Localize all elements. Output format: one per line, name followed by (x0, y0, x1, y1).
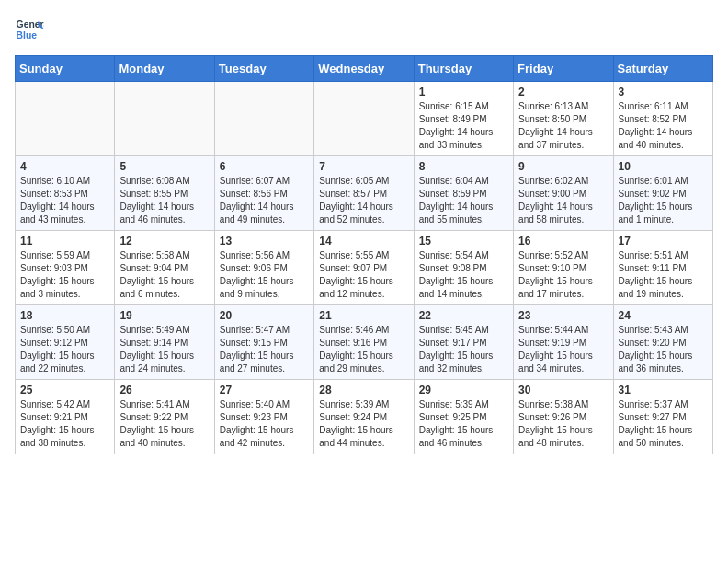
day-number: 10 (619, 160, 708, 173)
svg-text:Blue: Blue (17, 30, 38, 40)
calendar-cell (214, 82, 313, 156)
day-info: Sunrise: 5:37 AM Sunset: 9:27 PM Dayligh… (619, 398, 708, 450)
calendar-cell: 3Sunrise: 6:11 AM Sunset: 8:52 PM Daylig… (613, 82, 712, 156)
calendar-cell: 8Sunrise: 6:04 AM Sunset: 8:59 PM Daylig… (414, 156, 513, 231)
calendar-cell: 24Sunrise: 5:43 AM Sunset: 9:20 PM Dayli… (613, 305, 712, 380)
calendar-cell (314, 82, 414, 156)
day-info: Sunrise: 6:07 AM Sunset: 8:56 PM Dayligh… (220, 175, 309, 226)
day-number: 5 (119, 160, 209, 173)
day-info: Sunrise: 5:55 AM Sunset: 9:07 PM Dayligh… (319, 249, 408, 301)
day-info: Sunrise: 6:05 AM Sunset: 8:57 PM Dayligh… (319, 175, 408, 226)
day-number: 31 (619, 384, 708, 396)
calendar-cell: 18Sunrise: 5:50 AM Sunset: 9:12 PM Dayli… (16, 305, 115, 380)
day-info: Sunrise: 5:58 AM Sunset: 9:04 PM Dayligh… (119, 249, 209, 301)
day-info: Sunrise: 5:43 AM Sunset: 9:20 PM Dayligh… (619, 324, 708, 375)
day-info: Sunrise: 6:13 AM Sunset: 8:50 PM Dayligh… (518, 100, 608, 152)
day-number: 26 (119, 384, 209, 396)
calendar-table: SundayMondayTuesdayWednesdayThursdayFrid… (15, 55, 713, 454)
day-number: 16 (518, 235, 608, 247)
day-of-week-header: Tuesday (214, 56, 313, 82)
calendar-cell: 31Sunrise: 5:37 AM Sunset: 9:27 PM Dayli… (613, 380, 712, 454)
day-number: 25 (20, 384, 109, 396)
day-info: Sunrise: 5:46 AM Sunset: 9:16 PM Dayligh… (319, 324, 408, 375)
calendar-cell: 25Sunrise: 5:42 AM Sunset: 9:21 PM Dayli… (16, 380, 115, 454)
calendar-cell: 17Sunrise: 5:51 AM Sunset: 9:11 PM Dayli… (613, 231, 712, 305)
day-number: 29 (419, 384, 508, 396)
day-info: Sunrise: 5:56 AM Sunset: 9:06 PM Dayligh… (220, 249, 309, 301)
day-number: 13 (220, 235, 309, 247)
calendar-week-row: 18Sunrise: 5:50 AM Sunset: 9:12 PM Dayli… (16, 305, 713, 380)
day-info: Sunrise: 5:40 AM Sunset: 9:23 PM Dayligh… (220, 398, 309, 450)
day-of-week-header: Friday (514, 56, 613, 82)
calendar-cell: 9Sunrise: 6:02 AM Sunset: 9:00 PM Daylig… (514, 156, 613, 231)
day-info: Sunrise: 5:45 AM Sunset: 9:17 PM Dayligh… (419, 324, 508, 375)
calendar-cell: 14Sunrise: 5:55 AM Sunset: 9:07 PM Dayli… (314, 231, 414, 305)
calendar-cell: 21Sunrise: 5:46 AM Sunset: 9:16 PM Dayli… (314, 305, 414, 380)
calendar-cell (16, 82, 115, 156)
day-of-week-header: Monday (115, 56, 214, 82)
day-number: 6 (220, 160, 309, 173)
calendar-week-row: 1Sunrise: 6:15 AM Sunset: 8:49 PM Daylig… (16, 82, 713, 156)
calendar-cell (115, 82, 214, 156)
day-number: 9 (518, 160, 608, 173)
calendar-cell: 30Sunrise: 5:38 AM Sunset: 9:26 PM Dayli… (514, 380, 613, 454)
day-number: 30 (518, 384, 608, 396)
calendar-cell: 10Sunrise: 6:01 AM Sunset: 9:02 PM Dayli… (613, 156, 712, 231)
logo: General Blue (15, 15, 44, 44)
calendar-week-row: 25Sunrise: 5:42 AM Sunset: 9:21 PM Dayli… (16, 380, 713, 454)
logo-icon: General Blue (15, 15, 44, 44)
day-number: 11 (20, 235, 109, 247)
calendar-cell: 6Sunrise: 6:07 AM Sunset: 8:56 PM Daylig… (214, 156, 313, 231)
day-number: 20 (220, 309, 309, 322)
day-info: Sunrise: 5:59 AM Sunset: 9:03 PM Dayligh… (20, 249, 109, 301)
calendar-cell: 1Sunrise: 6:15 AM Sunset: 8:49 PM Daylig… (414, 82, 513, 156)
day-info: Sunrise: 5:47 AM Sunset: 9:15 PM Dayligh… (220, 324, 309, 375)
day-number: 2 (518, 86, 608, 98)
calendar-cell: 28Sunrise: 5:39 AM Sunset: 9:24 PM Dayli… (314, 380, 414, 454)
day-number: 18 (20, 309, 109, 322)
day-number: 3 (619, 86, 708, 98)
calendar-cell: 7Sunrise: 6:05 AM Sunset: 8:57 PM Daylig… (314, 156, 414, 231)
day-info: Sunrise: 5:51 AM Sunset: 9:11 PM Dayligh… (619, 249, 708, 301)
calendar-cell: 19Sunrise: 5:49 AM Sunset: 9:14 PM Dayli… (115, 305, 214, 380)
day-number: 17 (619, 235, 708, 247)
day-of-week-header: Thursday (414, 56, 513, 82)
day-number: 23 (518, 309, 608, 322)
calendar-cell: 29Sunrise: 5:39 AM Sunset: 9:25 PM Dayli… (414, 380, 513, 454)
day-info: Sunrise: 5:41 AM Sunset: 9:22 PM Dayligh… (119, 398, 209, 450)
day-number: 15 (419, 235, 508, 247)
calendar-cell: 23Sunrise: 5:44 AM Sunset: 9:19 PM Dayli… (514, 305, 613, 380)
day-of-week-header: Sunday (16, 56, 115, 82)
calendar-cell: 2Sunrise: 6:13 AM Sunset: 8:50 PM Daylig… (514, 82, 613, 156)
day-info: Sunrise: 6:11 AM Sunset: 8:52 PM Dayligh… (619, 100, 708, 152)
day-info: Sunrise: 5:50 AM Sunset: 9:12 PM Dayligh… (20, 324, 109, 375)
calendar-header-row: SundayMondayTuesdayWednesdayThursdayFrid… (16, 56, 713, 82)
day-info: Sunrise: 5:42 AM Sunset: 9:21 PM Dayligh… (20, 398, 109, 450)
calendar-week-row: 11Sunrise: 5:59 AM Sunset: 9:03 PM Dayli… (16, 231, 713, 305)
day-info: Sunrise: 6:08 AM Sunset: 8:55 PM Dayligh… (119, 175, 209, 226)
day-number: 24 (619, 309, 708, 322)
day-info: Sunrise: 5:39 AM Sunset: 9:25 PM Dayligh… (419, 398, 508, 450)
day-info: Sunrise: 5:39 AM Sunset: 9:24 PM Dayligh… (319, 398, 408, 450)
day-number: 4 (20, 160, 109, 173)
day-info: Sunrise: 6:04 AM Sunset: 8:59 PM Dayligh… (419, 175, 508, 226)
calendar-cell: 27Sunrise: 5:40 AM Sunset: 9:23 PM Dayli… (214, 380, 313, 454)
page-header: General Blue (15, 15, 713, 44)
calendar-cell: 12Sunrise: 5:58 AM Sunset: 9:04 PM Dayli… (115, 231, 214, 305)
day-number: 8 (419, 160, 508, 173)
day-number: 22 (419, 309, 508, 322)
day-number: 7 (319, 160, 408, 173)
calendar-cell: 15Sunrise: 5:54 AM Sunset: 9:08 PM Dayli… (414, 231, 513, 305)
day-number: 1 (419, 86, 508, 98)
day-info: Sunrise: 6:15 AM Sunset: 8:49 PM Dayligh… (419, 100, 508, 152)
day-info: Sunrise: 6:10 AM Sunset: 8:53 PM Dayligh… (20, 175, 109, 226)
day-info: Sunrise: 6:02 AM Sunset: 9:00 PM Dayligh… (518, 175, 608, 226)
calendar-cell: 20Sunrise: 5:47 AM Sunset: 9:15 PM Dayli… (214, 305, 313, 380)
day-number: 27 (220, 384, 309, 396)
day-info: Sunrise: 5:52 AM Sunset: 9:10 PM Dayligh… (518, 249, 608, 301)
calendar-cell: 13Sunrise: 5:56 AM Sunset: 9:06 PM Dayli… (214, 231, 313, 305)
day-info: Sunrise: 5:54 AM Sunset: 9:08 PM Dayligh… (419, 249, 508, 301)
calendar-week-row: 4Sunrise: 6:10 AM Sunset: 8:53 PM Daylig… (16, 156, 713, 231)
calendar-cell: 26Sunrise: 5:41 AM Sunset: 9:22 PM Dayli… (115, 380, 214, 454)
calendar-cell: 5Sunrise: 6:08 AM Sunset: 8:55 PM Daylig… (115, 156, 214, 231)
